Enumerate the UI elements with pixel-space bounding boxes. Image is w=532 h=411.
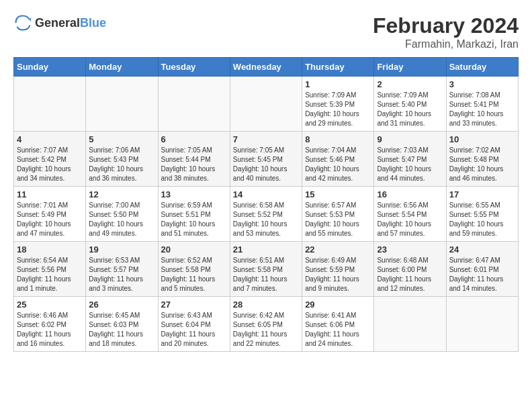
- day-info: Sunrise: 6:54 AM Sunset: 5:56 PM Dayligh…: [17, 256, 83, 293]
- day-info: Sunrise: 7:08 AM Sunset: 5:41 PM Dayligh…: [449, 91, 515, 128]
- calendar-body: 1Sunrise: 7:09 AM Sunset: 5:39 PM Daylig…: [14, 77, 519, 352]
- day-number: 3: [449, 79, 515, 89]
- table-row: 16Sunrise: 6:56 AM Sunset: 5:54 PM Dayli…: [374, 187, 446, 242]
- table-row: 28Sunrise: 6:42 AM Sunset: 6:05 PM Dayli…: [230, 297, 302, 352]
- weekday-header: Thursday: [302, 58, 374, 77]
- table-row: 8Sunrise: 7:04 AM Sunset: 5:46 PM Daylig…: [302, 132, 374, 187]
- day-info: Sunrise: 6:47 AM Sunset: 6:01 PM Dayligh…: [449, 256, 515, 293]
- day-number: 14: [233, 189, 299, 199]
- weekday-header: Monday: [86, 58, 158, 77]
- month-year: February 2024: [373, 13, 519, 38]
- table-row: 22Sunrise: 6:49 AM Sunset: 5:59 PM Dayli…: [302, 242, 374, 297]
- day-number: 8: [305, 134, 371, 144]
- day-info: Sunrise: 7:07 AM Sunset: 5:42 PM Dayligh…: [17, 146, 83, 183]
- logo-text: GeneralBlue: [35, 16, 106, 30]
- title-block: February 2024 Farmahin, Markazi, Iran: [373, 13, 519, 50]
- table-row: 18Sunrise: 6:54 AM Sunset: 5:56 PM Dayli…: [14, 242, 86, 297]
- weekday-header: Friday: [374, 58, 446, 77]
- day-number: 23: [377, 244, 443, 255]
- table-row: 25Sunrise: 6:46 AM Sunset: 6:02 PM Dayli…: [14, 297, 86, 352]
- table-row: 19Sunrise: 6:53 AM Sunset: 5:57 PM Dayli…: [86, 242, 158, 297]
- day-number: 25: [17, 300, 83, 310]
- table-row: 21Sunrise: 6:51 AM Sunset: 5:58 PM Dayli…: [230, 242, 302, 297]
- day-info: Sunrise: 6:49 AM Sunset: 5:59 PM Dayligh…: [305, 256, 371, 293]
- day-number: 19: [89, 244, 154, 255]
- day-info: Sunrise: 7:01 AM Sunset: 5:49 PM Dayligh…: [17, 201, 83, 238]
- weekday-header: Sunday: [14, 58, 86, 77]
- week-row: 11Sunrise: 7:01 AM Sunset: 5:49 PM Dayli…: [14, 187, 519, 242]
- weekday-header: Saturday: [446, 58, 518, 77]
- day-info: Sunrise: 6:57 AM Sunset: 5:53 PM Dayligh…: [305, 201, 371, 238]
- day-info: Sunrise: 6:58 AM Sunset: 5:52 PM Dayligh…: [233, 201, 299, 238]
- day-number: 9: [377, 134, 443, 144]
- table-row: 14Sunrise: 6:58 AM Sunset: 5:52 PM Dayli…: [230, 187, 302, 242]
- table-row: 6Sunrise: 7:05 AM Sunset: 5:44 PM Daylig…: [158, 132, 230, 187]
- day-info: Sunrise: 7:00 AM Sunset: 5:50 PM Dayligh…: [89, 201, 154, 238]
- table-row: 5Sunrise: 7:06 AM Sunset: 5:43 PM Daylig…: [86, 132, 158, 187]
- table-row: 12Sunrise: 7:00 AM Sunset: 5:50 PM Dayli…: [86, 187, 158, 242]
- day-number: 17: [449, 189, 515, 199]
- week-row: 4Sunrise: 7:07 AM Sunset: 5:42 PM Daylig…: [14, 132, 519, 187]
- table-row: 17Sunrise: 6:55 AM Sunset: 5:55 PM Dayli…: [446, 187, 518, 242]
- table-row: 7Sunrise: 7:05 AM Sunset: 5:45 PM Daylig…: [230, 132, 302, 187]
- day-info: Sunrise: 6:43 AM Sunset: 6:04 PM Dayligh…: [161, 311, 227, 349]
- day-number: 26: [89, 300, 154, 310]
- day-number: 24: [449, 244, 515, 255]
- table-row: 29Sunrise: 6:41 AM Sunset: 6:06 PM Dayli…: [302, 297, 374, 352]
- day-number: 18: [17, 244, 83, 255]
- table-row: 11Sunrise: 7:01 AM Sunset: 5:49 PM Dayli…: [14, 187, 86, 242]
- table-row: 20Sunrise: 6:52 AM Sunset: 5:58 PM Dayli…: [158, 242, 230, 297]
- day-number: 1: [305, 79, 371, 89]
- logo-blue: Blue: [80, 16, 106, 30]
- table-row: 15Sunrise: 6:57 AM Sunset: 5:53 PM Dayli…: [302, 187, 374, 242]
- table-row: [230, 77, 302, 132]
- table-row: [14, 77, 86, 132]
- day-info: Sunrise: 6:46 AM Sunset: 6:02 PM Dayligh…: [17, 311, 83, 349]
- calendar-table: SundayMondayTuesdayWednesdayThursdayFrid…: [13, 57, 519, 352]
- table-row: 27Sunrise: 6:43 AM Sunset: 6:04 PM Dayli…: [158, 297, 230, 352]
- table-row: 23Sunrise: 6:48 AM Sunset: 6:00 PM Dayli…: [374, 242, 446, 297]
- day-info: Sunrise: 7:02 AM Sunset: 5:48 PM Dayligh…: [449, 146, 515, 183]
- table-row: 24Sunrise: 6:47 AM Sunset: 6:01 PM Dayli…: [446, 242, 518, 297]
- day-number: 10: [449, 134, 515, 144]
- day-info: Sunrise: 6:48 AM Sunset: 6:00 PM Dayligh…: [377, 256, 443, 293]
- day-number: 5: [89, 134, 154, 144]
- day-info: Sunrise: 6:56 AM Sunset: 5:54 PM Dayligh…: [377, 201, 443, 238]
- day-number: 21: [233, 244, 299, 255]
- table-row: [374, 297, 446, 352]
- day-number: 27: [161, 300, 227, 310]
- day-info: Sunrise: 6:53 AM Sunset: 5:57 PM Dayligh…: [89, 256, 154, 293]
- table-row: 3Sunrise: 7:08 AM Sunset: 5:41 PM Daylig…: [446, 77, 518, 132]
- location: Farmahin, Markazi, Iran: [373, 38, 519, 50]
- day-number: 22: [305, 244, 371, 255]
- day-number: 12: [89, 189, 154, 199]
- day-info: Sunrise: 7:06 AM Sunset: 5:43 PM Dayligh…: [89, 146, 154, 183]
- calendar-header: SundayMondayTuesdayWednesdayThursdayFrid…: [14, 58, 519, 77]
- day-info: Sunrise: 6:51 AM Sunset: 5:58 PM Dayligh…: [233, 256, 299, 293]
- day-info: Sunrise: 6:59 AM Sunset: 5:51 PM Dayligh…: [161, 201, 227, 238]
- table-row: [446, 297, 518, 352]
- table-row: [86, 77, 158, 132]
- table-row: 4Sunrise: 7:07 AM Sunset: 5:42 PM Daylig…: [14, 132, 86, 187]
- day-info: Sunrise: 6:55 AM Sunset: 5:55 PM Dayligh…: [449, 201, 515, 238]
- day-number: 29: [305, 300, 371, 310]
- day-number: 28: [233, 300, 299, 310]
- day-number: 15: [305, 189, 371, 199]
- day-number: 13: [161, 189, 227, 199]
- logo-general: General: [35, 16, 80, 30]
- week-row: 1Sunrise: 7:09 AM Sunset: 5:39 PM Daylig…: [14, 77, 519, 132]
- day-number: 6: [161, 134, 227, 144]
- day-number: 11: [17, 189, 83, 199]
- day-number: 7: [233, 134, 299, 144]
- day-info: Sunrise: 7:05 AM Sunset: 5:44 PM Dayligh…: [161, 146, 227, 183]
- weekday-header: Wednesday: [230, 58, 302, 77]
- page-header: GeneralBlue February 2024 Farmahin, Mark…: [13, 13, 519, 50]
- table-row: 26Sunrise: 6:45 AM Sunset: 6:03 PM Dayli…: [86, 297, 158, 352]
- day-info: Sunrise: 6:41 AM Sunset: 6:06 PM Dayligh…: [305, 311, 371, 349]
- day-info: Sunrise: 7:04 AM Sunset: 5:46 PM Dayligh…: [305, 146, 371, 183]
- day-number: 20: [161, 244, 227, 255]
- day-info: Sunrise: 6:52 AM Sunset: 5:58 PM Dayligh…: [161, 256, 227, 293]
- day-number: 2: [377, 79, 443, 89]
- week-row: 18Sunrise: 6:54 AM Sunset: 5:56 PM Dayli…: [14, 242, 519, 297]
- table-row: 1Sunrise: 7:09 AM Sunset: 5:39 PM Daylig…: [302, 77, 374, 132]
